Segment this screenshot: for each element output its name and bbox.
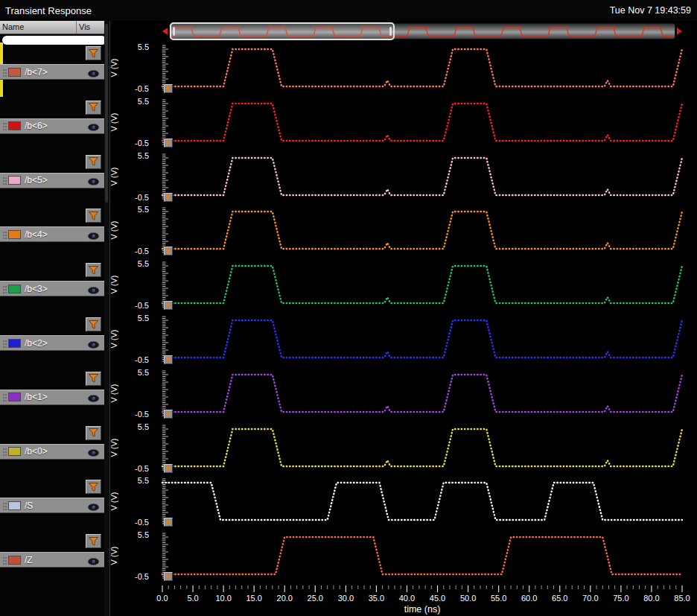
y-axis-title: V (V) bbox=[109, 541, 118, 571]
x-tick-label: 5.0 bbox=[187, 594, 198, 603]
waveform-strip bbox=[162, 530, 682, 583]
x-tick-label: 20.0 bbox=[277, 594, 293, 603]
visibility-eye-icon[interactable] bbox=[87, 393, 101, 401]
waveform-trace[interactable] bbox=[162, 49, 682, 86]
visibility-eye-icon[interactable] bbox=[87, 339, 101, 348]
signal-name: /b<0> bbox=[25, 446, 87, 457]
visibility-eye-icon[interactable] bbox=[87, 68, 101, 77]
baseline-marker-icon[interactable] bbox=[164, 464, 173, 473]
signal-row[interactable]: /b<3> bbox=[0, 281, 104, 296]
visibility-eye-icon[interactable] bbox=[87, 285, 101, 293]
filter-funnel-button[interactable] bbox=[86, 263, 101, 277]
y-max-label: 5.5 bbox=[138, 97, 149, 106]
visibility-eye-icon[interactable] bbox=[87, 501, 101, 510]
overview-bar[interactable] bbox=[169, 23, 675, 39]
x-tick-label: 40.0 bbox=[399, 594, 415, 603]
x-tick-label: 35.0 bbox=[369, 594, 384, 603]
eye-icon bbox=[87, 232, 100, 241]
funnel-icon bbox=[88, 482, 99, 492]
name-column-header: Name bbox=[2, 22, 24, 31]
eye-icon bbox=[87, 286, 100, 295]
eye-icon bbox=[87, 177, 100, 186]
y-axis-title: V (V) bbox=[109, 215, 118, 245]
waveform-strip bbox=[162, 368, 682, 421]
y-max-label: 5.5 bbox=[138, 422, 149, 431]
y-axis: V (V)5.5-0.5 bbox=[109, 259, 161, 313]
y-max-label: 5.5 bbox=[138, 368, 149, 377]
filter-funnel-button[interactable] bbox=[86, 534, 101, 548]
signal-row[interactable]: /b<7> bbox=[0, 64, 104, 80]
waveform-trace[interactable] bbox=[162, 212, 682, 249]
signal-row[interactable]: /b<4> bbox=[0, 226, 104, 242]
viewport-left-handle[interactable] bbox=[173, 27, 175, 36]
x-tick-label: 80.0 bbox=[643, 594, 659, 603]
signal-color-swatch bbox=[8, 68, 21, 77]
waveform-trace[interactable] bbox=[162, 320, 682, 358]
drag-handle-icon bbox=[3, 177, 4, 179]
baseline-marker-icon[interactable] bbox=[164, 193, 173, 202]
visibility-eye-icon[interactable] bbox=[87, 230, 101, 239]
filter-funnel-button[interactable] bbox=[86, 46, 101, 60]
filter-funnel-button[interactable] bbox=[86, 372, 101, 386]
y-axis-title: V (V) bbox=[109, 433, 118, 463]
filter-funnel-button[interactable] bbox=[86, 209, 101, 223]
baseline-marker-icon[interactable] bbox=[164, 355, 173, 364]
visibility-eye-icon[interactable] bbox=[87, 121, 101, 130]
signal-row[interactable]: /b<5> bbox=[0, 173, 104, 188]
y-axis: V (V)5.5-0.5 bbox=[109, 205, 161, 258]
waveform-trace[interactable] bbox=[162, 429, 682, 466]
signal-name: /b<3> bbox=[25, 284, 87, 294]
filter-funnel-button[interactable] bbox=[86, 101, 101, 115]
eye-icon bbox=[87, 69, 100, 78]
y-max-label: 5.5 bbox=[138, 259, 149, 268]
filter-funnel-button[interactable] bbox=[86, 317, 101, 331]
eye-icon bbox=[87, 340, 100, 349]
baseline-marker-icon[interactable] bbox=[164, 572, 173, 581]
signal-group: /b<6> bbox=[0, 97, 104, 151]
baseline-marker-icon[interactable] bbox=[164, 139, 173, 147]
y-min-label: -0.5 bbox=[135, 464, 149, 473]
x-axis-title: time (ns) bbox=[162, 604, 682, 615]
visibility-eye-icon[interactable] bbox=[87, 176, 101, 185]
y-axis-title: V (V) bbox=[109, 107, 118, 137]
waveform-trace[interactable] bbox=[162, 483, 682, 520]
y-min-label: -0.5 bbox=[135, 355, 149, 364]
filter-funnel-button[interactable] bbox=[86, 155, 101, 169]
signal-row[interactable]: /b<2> bbox=[0, 335, 104, 351]
baseline-marker-icon[interactable] bbox=[164, 84, 173, 93]
waveform-strip bbox=[162, 97, 682, 150]
viewport-right-handle[interactable] bbox=[389, 27, 392, 36]
baseline-marker-icon[interactable] bbox=[164, 518, 173, 527]
y-axis: V (V)5.5-0.5 bbox=[109, 314, 161, 367]
waveform-trace[interactable] bbox=[162, 375, 682, 412]
eye-icon bbox=[87, 394, 100, 403]
waveform-trace[interactable] bbox=[162, 104, 682, 141]
signal-row[interactable]: /Z bbox=[0, 552, 104, 568]
signal-row[interactable]: /b<1> bbox=[0, 390, 104, 405]
baseline-marker-icon[interactable] bbox=[164, 301, 173, 310]
baseline-marker-icon[interactable] bbox=[164, 410, 173, 419]
signal-row[interactable]: /S bbox=[0, 498, 104, 513]
waveform-trace[interactable] bbox=[162, 158, 682, 195]
overview-viewport[interactable] bbox=[170, 22, 395, 40]
filter-funnel-button[interactable] bbox=[86, 480, 101, 494]
eye-icon bbox=[87, 123, 100, 132]
visibility-eye-icon[interactable] bbox=[87, 447, 101, 456]
y-axis: V (V)5.5-0.5 bbox=[109, 476, 161, 530]
y-min-label: -0.5 bbox=[135, 193, 149, 202]
signal-color-swatch bbox=[8, 230, 21, 239]
scroll-left-arrow-icon[interactable] bbox=[162, 28, 168, 35]
signal-row[interactable]: /b<0> bbox=[0, 444, 104, 460]
scroll-right-arrow-icon[interactable] bbox=[677, 28, 682, 35]
funnel-icon bbox=[88, 211, 99, 221]
waveform-trace[interactable] bbox=[162, 537, 682, 574]
signal-row[interactable]: /b<6> bbox=[0, 118, 104, 134]
y-axis: V (V)5.5-0.5 bbox=[109, 97, 161, 150]
filter-funnel-button[interactable] bbox=[86, 426, 101, 440]
time-overview-scrollbar bbox=[162, 22, 682, 40]
baseline-marker-icon[interactable] bbox=[164, 247, 173, 255]
visibility-eye-icon[interactable] bbox=[87, 556, 101, 565]
waveform-trace[interactable] bbox=[162, 266, 682, 303]
scrollbar-thumb[interactable] bbox=[105, 24, 108, 203]
signal-group: /b<7> bbox=[0, 42, 104, 97]
